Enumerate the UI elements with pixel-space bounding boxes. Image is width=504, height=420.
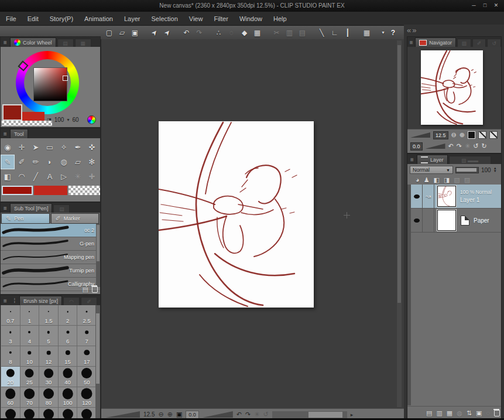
tab-sub-tool-extra[interactable]: ▤ [53, 204, 70, 213]
tab-history[interactable]: ↺ [487, 39, 501, 47]
brush-size-50[interactable]: 50 [77, 367, 97, 387]
set-as-draft-icon[interactable]: ▧ [454, 176, 460, 184]
dock-collapse-arrows[interactable]: «» [407, 26, 417, 35]
transparent-color-swatch[interactable] [2, 121, 52, 126]
tab-layer[interactable]: Layer [417, 155, 448, 164]
sub-tool-group-marker[interactable]: ✐Marker [51, 213, 100, 224]
open-file-button[interactable]: ▱ [117, 28, 127, 37]
color-mixer-icon[interactable] [87, 115, 96, 124]
copy-button[interactable]: ▥ [284, 28, 294, 37]
nav-fit-icon[interactable] [468, 131, 475, 139]
rotate-right-icon[interactable]: ↷ [245, 411, 251, 418]
tab-info[interactable]: ✐ [472, 39, 486, 47]
tool-gradient[interactable]: ◧ [1, 169, 15, 184]
tool-sub-color[interactable] [34, 186, 67, 195]
object-selector-alt-button[interactable]: ➤ [160, 26, 174, 40]
tool-correct[interactable]: ✚ [85, 169, 99, 184]
nav-zoom-out-icon[interactable]: ⊖ [451, 131, 457, 139]
brush-size-100[interactable]: 100 [59, 387, 78, 408]
scroll-corner-icon[interactable]: ▸ [351, 412, 354, 418]
brush-size-8[interactable]: 8 [1, 346, 20, 367]
panel-menu-icon[interactable]: ≡ [1, 38, 10, 47]
tool-marquee[interactable]: ▭ [43, 140, 57, 155]
brush-size-clipped[interactable] [39, 408, 59, 420]
nav-reset-display-icon[interactable]: ↻ [481, 142, 486, 150]
menu-storyp[interactable]: Story(P) [50, 15, 73, 22]
panel-menu-icon[interactable]: ≡ [407, 38, 415, 47]
tab-brush-extra-2[interactable]: ✐ [81, 297, 97, 305]
brush-size-1[interactable]: 1 [20, 305, 40, 326]
tool-main-color[interactable] [2, 186, 33, 195]
brush-size-clipped[interactable] [77, 408, 97, 420]
menu-animation[interactable]: Animation [84, 15, 113, 22]
tool-lasso[interactable]: ✧ [57, 140, 71, 155]
tab-navigator[interactable]: Navigator [415, 37, 456, 47]
brush-size-clipped[interactable] [1, 408, 20, 420]
maximize-button[interactable]: □ [481, 2, 489, 9]
brush-size-20[interactable]: 20 [1, 367, 20, 387]
layer-row-layer-1[interactable]: ↝100 % NormalLayer 1 [411, 185, 501, 209]
brush-size-10[interactable]: 10 [20, 346, 40, 367]
redo-button[interactable]: ↷ [194, 28, 204, 37]
tool-transparent-color[interactable] [68, 186, 100, 195]
zoom-slider[interactable] [106, 411, 140, 418]
layer-thumbnail[interactable] [437, 186, 456, 207]
nav-print-size-icon[interactable] [489, 131, 498, 139]
fill-button[interactable]: ◆ [239, 28, 249, 37]
tool-figure[interactable]: ▷ [57, 169, 71, 184]
navigator-thumbnail[interactable] [421, 50, 483, 125]
undo-button[interactable]: ↶ [181, 28, 191, 37]
snap-to-special-ruler-button[interactable]: ∟ [330, 28, 340, 37]
tab-color-wheel[interactable]: Color Wheel [10, 37, 56, 47]
new-raster-layer-icon[interactable]: ▤ [426, 409, 432, 417]
tool-eraser[interactable]: ▱ [71, 155, 85, 169]
tool-object[interactable]: ➤ [29, 140, 43, 155]
brush-size-17[interactable]: 17 [77, 346, 97, 367]
document-canvas[interactable] [159, 121, 314, 308]
tool-operation[interactable]: ✒ [71, 140, 85, 155]
panel-menu-icon[interactable]: ≡ [1, 129, 10, 138]
opacity-stepper[interactable]: ▲▼ [493, 167, 497, 173]
zoom-in-icon[interactable]: ⊕ [167, 411, 173, 418]
clip-to-layer-icon[interactable]: ▨ [464, 176, 470, 184]
layer-visibility-icon[interactable] [414, 194, 420, 199]
tool-line[interactable]: ╱ [29, 169, 43, 184]
create-sub-tool-icon[interactable]: ▤ [83, 286, 88, 293]
nav-zoom-slider[interactable] [410, 132, 430, 138]
menu-layer[interactable]: Layer [124, 15, 140, 22]
tool-brush[interactable]: ✏ [29, 155, 43, 169]
brush-size-12[interactable]: 12 [39, 346, 59, 367]
tool-hand[interactable]: ✜ [85, 140, 99, 155]
main-color-swatch[interactable] [2, 104, 22, 121]
canvas-area[interactable]: 12.5 ⊖ ⊕ ▣ 0.0 ↶ ↷ ✳ ↺ ▸ [101, 39, 404, 420]
tab-color-set[interactable]: ▦ [75, 39, 91, 47]
brush-size-7[interactable]: 7 [77, 326, 97, 346]
brush-size-3[interactable]: 3 [1, 326, 20, 346]
nav-rotate-slider[interactable] [426, 144, 445, 149]
tab-sub-view[interactable]: ▨ [457, 39, 471, 47]
saturation-value-square[interactable] [33, 67, 67, 101]
delete-sub-tool-icon[interactable] [92, 286, 98, 293]
delete-layer-icon[interactable] [494, 410, 500, 416]
close-button[interactable]: ✕ [492, 2, 500, 9]
save-button[interactable]: ▣ [130, 28, 140, 37]
lock-transparent-icon[interactable]: ◨ [444, 176, 450, 184]
brush-size-60[interactable]: 60 [1, 387, 20, 408]
menu-window[interactable]: Window [239, 15, 262, 22]
mask-area-icon[interactable]: ◕ [416, 176, 420, 183]
sv-marker[interactable] [63, 76, 68, 81]
brush-size-120[interactable]: 120 [77, 387, 97, 408]
flip-horizontal-icon[interactable]: ↺ [263, 411, 268, 418]
sub-tool-group-pen[interactable]: ✎Pen [1, 213, 50, 224]
layer-row-paper[interactable]: Paper [411, 209, 501, 233]
brush-size-1.5[interactable]: 1.5 [39, 305, 59, 326]
brush-size-2.5[interactable]: 2.5 [77, 305, 97, 326]
tab-sub-tool[interactable]: Sub Tool [Pen] [10, 203, 52, 213]
menu-selection[interactable]: Selection [152, 15, 178, 22]
tool-move[interactable]: ✛ [15, 140, 29, 155]
nav-actual-size-icon[interactable] [478, 131, 486, 139]
zoom-out-icon[interactable]: ⊖ [158, 411, 163, 418]
timeline-button[interactable]: ▦ [362, 28, 372, 37]
panel-menu-icon[interactable]: ≡ [1, 296, 10, 305]
lock-layer-icon[interactable]: ◧ [434, 176, 440, 184]
